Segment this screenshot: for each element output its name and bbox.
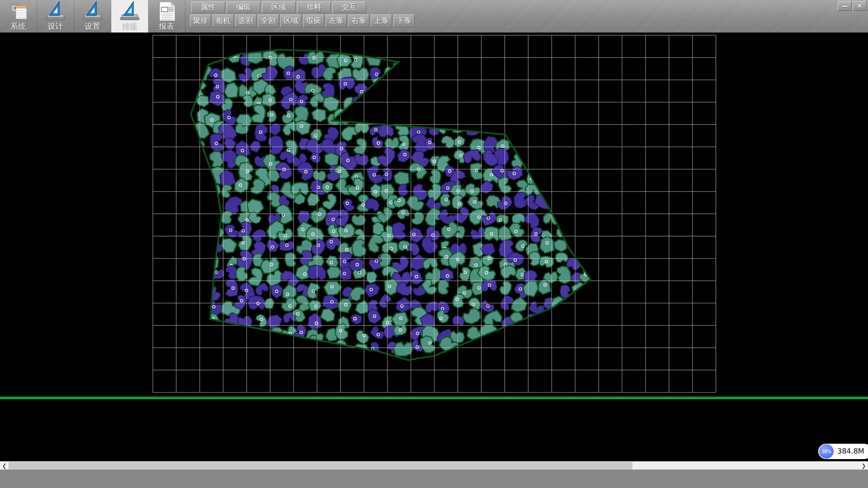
main-button-report[interactable]: 报表 xyxy=(148,0,185,33)
nesting-app-window: 系统设计设置排版报表 属性编辑区域排料交互 聚排相机选割全割区域瑕疵左靠右靠上靠… xyxy=(0,0,868,488)
scrollbar-thumb[interactable] xyxy=(9,462,632,470)
tool-button-row: 聚排相机选割全割区域瑕疵左靠右靠上靠下靠 xyxy=(190,14,415,27)
tool-button-cut-all[interactable]: 全割 xyxy=(258,14,279,27)
tab-attribute[interactable]: 属性 xyxy=(191,1,225,13)
main-button-design[interactable]: 设计 xyxy=(37,0,74,33)
main-button-label: 设计 xyxy=(48,22,63,31)
tool-button-snap-up[interactable]: 上靠 xyxy=(371,14,392,27)
ribbon-toolbar: 系统设计设置排版报表 属性编辑区域排料交互 聚排相机选割全割区域瑕疵左靠右靠上靠… xyxy=(0,0,868,33)
menu-tab-row: 属性编辑区域排料交互 xyxy=(191,1,366,13)
tab-interact[interactable]: 交互 xyxy=(332,1,366,13)
main-button-label: 报表 xyxy=(159,22,175,31)
close-button[interactable]: ✕ xyxy=(853,1,867,11)
tool-button-snap-right[interactable]: 右靠 xyxy=(348,14,369,27)
tab-region[interactable]: 区域 xyxy=(262,1,296,13)
main-button-system[interactable]: 系统 xyxy=(0,0,37,33)
laptop-ruler-icon xyxy=(44,1,67,22)
tool-button-snap-down[interactable]: 下靠 xyxy=(393,14,415,27)
status-bar xyxy=(0,469,868,488)
nesting-canvas[interactable] xyxy=(0,33,868,397)
memory-amount: 384.8M xyxy=(837,444,864,459)
scroll-left-arrow-icon[interactable]: ❮ xyxy=(0,462,9,470)
minimize-button[interactable]: — xyxy=(838,1,852,11)
laptop-ruler-icon xyxy=(118,1,142,22)
horizontal-scrollbar[interactable]: ❮ ❯ xyxy=(0,461,868,470)
gear-doc-icon xyxy=(7,1,30,22)
main-button-layout[interactable]: 排版 xyxy=(111,0,148,33)
tab-edit[interactable]: 编辑 xyxy=(226,1,260,13)
main-button-label: 系统 xyxy=(11,22,26,31)
tool-button-defect[interactable]: 瑕疵 xyxy=(303,14,324,27)
tab-nesting[interactable]: 排料 xyxy=(297,1,331,13)
memory-percent: 38% xyxy=(821,449,831,454)
strip-top-border xyxy=(0,397,868,399)
laptop-ruler-icon xyxy=(81,1,104,22)
hide-nesting-view xyxy=(0,33,868,397)
memory-monitor-badge[interactable]: 38% 384.8M xyxy=(818,444,868,459)
main-button-label: 设置 xyxy=(85,22,100,31)
report-doc-icon xyxy=(155,1,179,22)
tool-button-camera[interactable]: 相机 xyxy=(212,14,234,27)
tool-button-cluster-nest[interactable]: 聚排 xyxy=(190,14,211,27)
tool-button-select-cut[interactable]: 选割 xyxy=(235,14,256,27)
tool-button-snap-left[interactable]: 左靠 xyxy=(326,14,347,27)
piece-thumbnail-strip: 001_#37L:700 R:700002_#37L:132 R:132003_… xyxy=(0,397,868,461)
main-button-settings[interactable]: 设置 xyxy=(74,0,111,33)
tool-button-zone[interactable]: 区域 xyxy=(280,14,302,27)
scroll-right-arrow-icon[interactable]: ❯ xyxy=(859,462,868,470)
memory-percent-circle: 38% xyxy=(819,444,834,459)
main-button-label: 排版 xyxy=(122,22,137,31)
